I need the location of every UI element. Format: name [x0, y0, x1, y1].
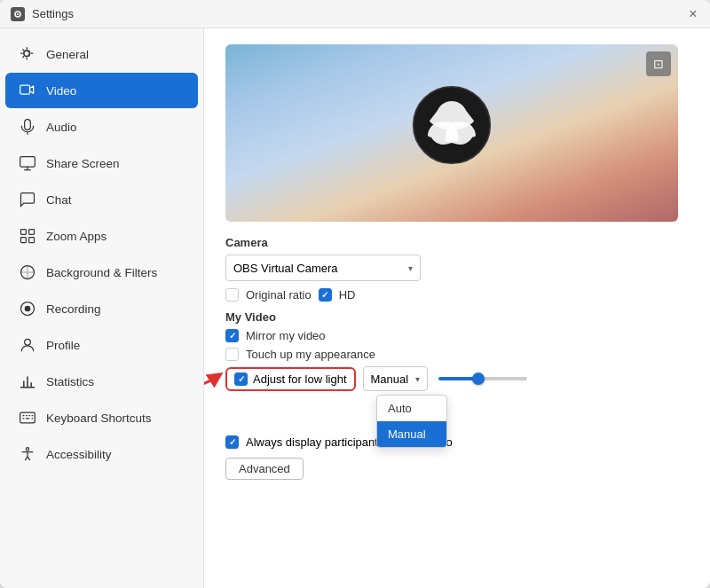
touchup-row: Touch up my appearance — [225, 348, 689, 361]
camera-section-label: Camera — [225, 236, 689, 249]
svg-point-12 — [25, 339, 31, 345]
original-ratio-checkbox[interactable] — [225, 288, 239, 302]
low-light-checkbox[interactable] — [234, 372, 248, 386]
sidebar-item-accessibility[interactable]: Accessibility — [5, 436, 198, 472]
original-ratio-row: Original ratio HD — [225, 288, 689, 302]
keyboard-shortcuts-icon — [18, 408, 37, 427]
svg-point-1 — [17, 13, 19, 15]
sidebar-item-audio[interactable]: Audio — [5, 109, 198, 145]
mirror-checkbox[interactable] — [225, 329, 239, 342]
preview-expand-icon[interactable]: ⊡ — [646, 51, 671, 76]
svg-point-11 — [25, 306, 31, 312]
mirror-label: Mirror my video — [246, 329, 326, 342]
low-light-row: Adjust for low light Manual ▾ Auto Manua… — [225, 366, 689, 391]
low-light-mode-value: Manual — [371, 372, 409, 386]
profile-icon — [18, 335, 37, 355]
touchup-checkbox[interactable] — [225, 348, 239, 361]
mirror-row: Mirror my video — [225, 329, 689, 342]
chat-icon — [18, 190, 37, 209]
sidebar-item-general[interactable]: General — [5, 36, 198, 72]
svg-rect-5 — [21, 230, 27, 235]
sidebar-item-profile[interactable]: Profile — [5, 327, 198, 363]
sidebar-item-video[interactable]: Video — [5, 73, 198, 108]
window-title: Settings — [32, 7, 74, 20]
background-filters-icon — [18, 263, 37, 282]
hd-checkbox[interactable] — [319, 288, 332, 302]
low-light-slider[interactable] — [438, 377, 527, 380]
always-display-row: Always display participants in their vid… — [225, 435, 689, 449]
svg-rect-3 — [20, 85, 30, 94]
sidebar-item-label-statistics: Statistics — [46, 375, 94, 388]
svg-point-14 — [26, 448, 28, 451]
svg-rect-6 — [29, 230, 35, 235]
camera-select-value: OBS Virtual Camera — [233, 262, 338, 275]
recording-icon — [18, 299, 37, 318]
sidebar-item-chat[interactable]: Chat — [5, 182, 198, 217]
svg-rect-8 — [29, 238, 35, 243]
hd-label: HD — [339, 288, 356, 302]
sidebar-item-label-recording: Recording — [46, 302, 101, 316]
share-screen-icon — [18, 153, 37, 173]
main-content: ⊡ Camera OBS Virtual Camera ▾ Original r… — [204, 28, 710, 588]
red-arrow-icon — [204, 363, 223, 395]
title-bar-left: Settings — [11, 7, 74, 21]
obs-logo — [412, 85, 492, 165]
low-light-dropdown-menu: Auto Manual — [376, 395, 447, 448]
my-video-section: My Video Mirror my video Touch up my app… — [225, 310, 689, 480]
camera-select[interactable]: OBS Virtual Camera ▾ — [225, 255, 421, 281]
video-icon — [18, 81, 37, 100]
low-light-label: Adjust for low light — [253, 372, 347, 386]
dropdown-item-auto[interactable]: Auto — [377, 396, 446, 421]
sidebar-item-share-screen[interactable]: Share Screen — [5, 145, 198, 181]
sidebar-item-label-general: General — [46, 48, 89, 61]
sidebar-item-label-background-filters: Background & Filters — [46, 266, 157, 279]
sidebar-item-label-chat: Chat — [46, 193, 72, 207]
sidebar-item-label-zoom-apps: Zoom Apps — [46, 230, 106, 243]
camera-row: OBS Virtual Camera ▾ — [225, 255, 689, 281]
video-preview: ⊡ — [225, 44, 678, 222]
my-video-section-label: My Video — [225, 310, 689, 324]
advanced-button[interactable]: Advanced — [225, 458, 304, 480]
close-button[interactable]: × — [687, 8, 699, 20]
sidebar-item-label-profile: Profile — [46, 339, 80, 352]
sidebar-item-background-filters[interactable]: Background & Filters — [5, 255, 198, 290]
chevron-down-icon: ▾ — [415, 374, 420, 384]
sidebar-item-label-video: Video — [46, 84, 76, 98]
original-ratio-label: Original ratio — [246, 288, 312, 302]
touchup-label: Touch up my appearance — [246, 348, 375, 361]
low-light-mode-select[interactable]: Manual ▾ — [363, 366, 429, 391]
sidebar-item-label-audio: Audio — [46, 121, 77, 134]
audio-icon — [18, 117, 37, 137]
general-icon — [18, 44, 37, 64]
sidebar-item-label-share-screen: Share Screen — [46, 157, 120, 170]
settings-window-icon — [11, 7, 25, 21]
sidebar-item-label-keyboard-shortcuts: Keyboard Shortcuts — [46, 412, 152, 425]
settings-window: Settings × GeneralVideoAudioShare Screen… — [0, 0, 710, 588]
title-bar: Settings × — [0, 0, 710, 28]
sidebar-item-recording[interactable]: Recording — [5, 291, 198, 326]
svg-rect-7 — [21, 238, 27, 243]
slider-thumb — [472, 372, 485, 385]
dropdown-item-manual[interactable]: Manual — [377, 421, 446, 447]
chevron-down-icon: ▾ — [408, 263, 413, 273]
statistics-icon — [18, 372, 37, 391]
svg-rect-4 — [20, 157, 36, 168]
sidebar: GeneralVideoAudioShare ScreenChatZoom Ap… — [0, 28, 204, 588]
sidebar-item-zoom-apps[interactable]: Zoom Apps — [5, 218, 198, 254]
low-light-box: Adjust for low light — [225, 367, 356, 391]
sidebar-item-keyboard-shortcuts[interactable]: Keyboard Shortcuts — [5, 400, 198, 435]
accessibility-icon — [18, 444, 37, 464]
svg-rect-13 — [20, 412, 36, 423]
sidebar-item-statistics[interactable]: Statistics — [5, 364, 198, 399]
sidebar-item-label-accessibility: Accessibility — [46, 448, 112, 461]
content-area: GeneralVideoAudioShare ScreenChatZoom Ap… — [0, 28, 710, 588]
zoom-apps-icon — [18, 226, 37, 246]
always-display-checkbox[interactable] — [225, 435, 239, 449]
